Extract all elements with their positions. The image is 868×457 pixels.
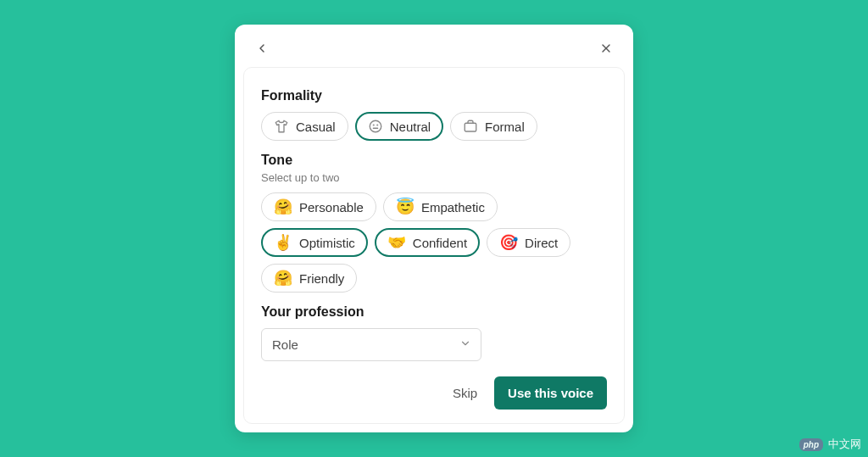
tone-chip-personable[interactable]: 🤗 Personable: [261, 192, 376, 221]
halo-icon: 😇: [396, 199, 415, 215]
tone-chip-confident[interactable]: 🤝 Confident: [375, 228, 480, 257]
formality-chip-neutral[interactable]: Neutral: [355, 112, 443, 141]
target-icon: 🎯: [499, 235, 518, 250]
profession-title: Your profession: [261, 304, 607, 320]
profession-select[interactable]: Role: [261, 328, 481, 361]
svg-point-2: [370, 120, 381, 132]
modal-footer: Skip Use this voice: [261, 376, 607, 410]
handshake-icon: 🤝: [387, 235, 406, 250]
formality-chip-casual[interactable]: Casual: [261, 112, 348, 141]
svg-point-4: [373, 125, 374, 125]
friendly-icon: 🤗: [274, 270, 292, 286]
svg-rect-6: [465, 123, 476, 131]
modal-header: [235, 25, 633, 67]
tone-chip-empathetic[interactable]: 😇 Empathetic: [383, 192, 498, 221]
formality-options: Casual Neutral Formal: [261, 112, 607, 141]
chevron-left-icon: [255, 42, 269, 55]
tone-chip-optimistic[interactable]: ✌️ Optimistic: [261, 228, 368, 257]
chip-label: Friendly: [299, 271, 344, 286]
tshirt-icon: [274, 119, 289, 134]
neutral-face-icon: [368, 119, 383, 134]
skip-button[interactable]: Skip: [449, 379, 481, 407]
tone-chip-friendly[interactable]: 🤗 Friendly: [261, 264, 357, 293]
briefcase-icon: [463, 119, 478, 134]
profession-select-wrap: Role: [261, 328, 481, 361]
formality-chip-formal[interactable]: Formal: [450, 112, 537, 141]
chip-label: Confident: [413, 236, 467, 250]
formality-title: Formality: [261, 88, 607, 103]
modal-body: Formality Casual Neutral Formal: [243, 67, 625, 424]
tone-chip-direct[interactable]: 🎯 Direct: [487, 228, 570, 257]
close-icon: [599, 42, 613, 55]
victory-icon: ✌️: [274, 235, 292, 250]
tone-options: 🤗 Personable 😇 Empathetic ✌️ Optimistic …: [261, 192, 607, 293]
tone-subtitle: Select up to two: [261, 171, 607, 184]
chip-label: Personable: [299, 200, 364, 215]
watermark-text: 中文网: [828, 437, 861, 452]
hug-icon: 🤗: [274, 199, 292, 215]
watermark: php 中文网: [799, 437, 861, 452]
back-button[interactable]: [252, 38, 272, 59]
chip-label: Optimistic: [299, 236, 355, 250]
php-badge: php: [799, 438, 823, 451]
use-voice-button[interactable]: Use this voice: [494, 376, 607, 410]
chip-label: Casual: [296, 120, 336, 134]
chip-label: Formal: [485, 120, 525, 134]
chip-label: Neutral: [390, 120, 431, 134]
chip-label: Empathetic: [421, 200, 485, 215]
svg-point-5: [377, 125, 378, 125]
voice-modal: Formality Casual Neutral Formal: [235, 25, 633, 432]
tone-title: Tone: [261, 153, 607, 168]
chip-label: Direct: [525, 236, 558, 250]
close-button[interactable]: [596, 38, 616, 59]
